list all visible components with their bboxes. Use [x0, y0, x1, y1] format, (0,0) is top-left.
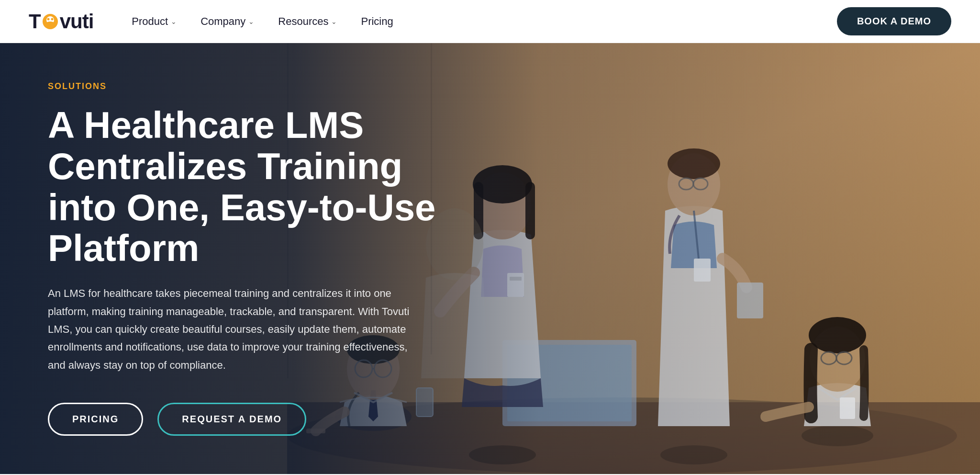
logo-icon: [41, 12, 59, 31]
request-demo-button[interactable]: REQUEST A DEMO: [157, 403, 306, 436]
hero-title: A Healthcare LMS Centralizes Training in…: [48, 105, 479, 269]
logo[interactable]: T vuti: [29, 10, 93, 33]
hero-description: An LMS for healthcare takes piecemeal tr…: [48, 284, 421, 374]
chevron-down-icon: ⌄: [248, 18, 254, 25]
hero-section: SOLUTIONS A Healthcare LMS Centralizes T…: [0, 43, 980, 474]
logo-text-suffix: vuti: [60, 10, 94, 33]
navbar-nav: Product ⌄ Company ⌄ Resources ⌄ Pricing: [132, 15, 393, 28]
book-demo-button[interactable]: BOOK A DEMO: [837, 7, 951, 35]
svg-point-3: [51, 18, 53, 20]
hero-buttons: PRICING REQUEST A DEMO: [48, 403, 501, 436]
hero-content: SOLUTIONS A Healthcare LMS Centralizes T…: [0, 43, 539, 474]
nav-pricing-label: Pricing: [361, 15, 393, 27]
chevron-down-icon: ⌄: [171, 18, 177, 25]
nav-company[interactable]: Company ⌄: [200, 15, 254, 28]
svg-point-2: [47, 18, 49, 20]
navbar-left: T vuti Product ⌄ Company ⌄ Resources ⌄: [29, 10, 393, 33]
navbar: T vuti Product ⌄ Company ⌄ Resources ⌄: [0, 0, 980, 43]
nav-pricing[interactable]: Pricing: [361, 15, 393, 28]
nav-product-label: Product: [132, 15, 168, 28]
nav-product[interactable]: Product ⌄: [132, 15, 177, 28]
nav-company-label: Company: [200, 15, 245, 28]
nav-resources-label: Resources: [278, 15, 328, 28]
logo-text: T: [29, 10, 41, 33]
pricing-button[interactable]: PRICING: [48, 403, 143, 436]
nav-resources[interactable]: Resources ⌄: [278, 15, 337, 28]
solutions-label: SOLUTIONS: [48, 81, 501, 91]
svg-point-4: [45, 22, 55, 26]
chevron-down-icon: ⌄: [331, 18, 337, 25]
